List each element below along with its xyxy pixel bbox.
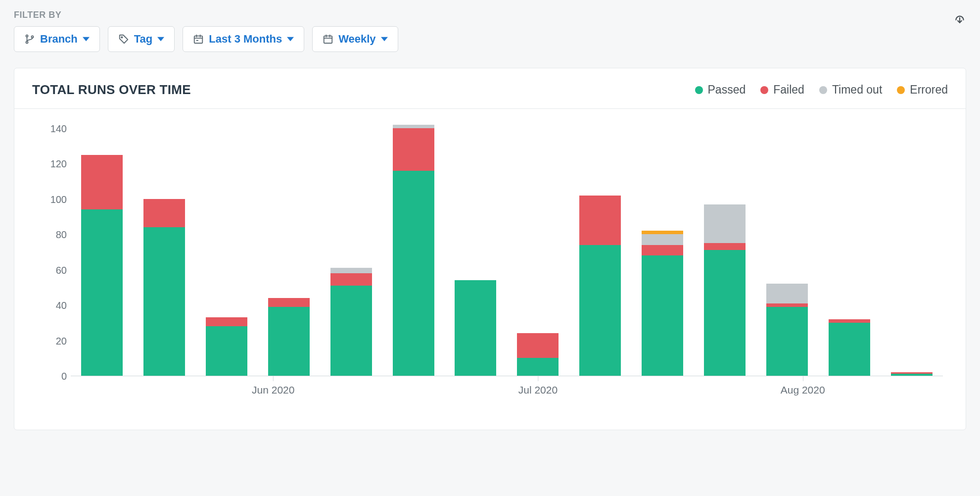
y-tick: 140 [32, 123, 67, 135]
chart-x-axis: Jun 2020Jul 2020Aug 2020 [71, 376, 943, 406]
chart-bar[interactable] [81, 155, 123, 376]
bar-segment-failed [642, 245, 683, 255]
bar-segment-failed [517, 333, 559, 358]
y-tick: 80 [32, 229, 67, 241]
bar-segment-passed [206, 326, 247, 376]
chart-area: 020406080100120140 Jun 2020Jul 2020Aug 2… [32, 129, 948, 406]
bar-segment-failed [829, 319, 870, 323]
bar-segment-failed [393, 128, 434, 171]
bar-segment-passed [268, 307, 310, 376]
chart-bar[interactable] [143, 199, 185, 376]
bar-segment-passed [579, 245, 621, 376]
bar-segment-failed [143, 199, 185, 227]
bar-segment-passed [81, 209, 123, 376]
bar-segment-timed_out [642, 234, 683, 245]
x-tick: Aug 2020 [781, 384, 825, 396]
branch-icon [24, 34, 35, 45]
bar-segment-timed_out [330, 268, 372, 273]
legend-label-passed: Passed [708, 83, 746, 97]
y-tick: 120 [32, 158, 67, 170]
y-tick: 20 [32, 335, 67, 347]
bar-segment-passed [330, 286, 372, 376]
bar-segment-passed [704, 250, 746, 376]
legend-item-passed: Passed [695, 83, 746, 97]
bar-segment-passed [891, 374, 933, 376]
bar-segment-timed_out [766, 284, 808, 303]
granularity-filter-label: Weekly [338, 33, 375, 46]
chart-card-header: TOTAL RUNS OVER TIME Passed Failed Timed… [14, 68, 966, 109]
granularity-filter-button[interactable]: Weekly [312, 26, 398, 52]
chart-bar[interactable] [206, 317, 247, 376]
bar-segment-timed_out [393, 125, 434, 128]
caret-down-icon [381, 36, 388, 43]
x-tick: Jul 2020 [518, 384, 558, 396]
swatch-failed [760, 86, 768, 94]
legend-label-failed: Failed [773, 83, 804, 97]
chart-bar[interactable] [891, 372, 933, 376]
chart-bar[interactable] [704, 204, 746, 376]
chart-bar[interactable] [579, 196, 621, 376]
date-range-filter-button[interactable]: Last 3 Months [183, 26, 304, 52]
y-tick: 40 [32, 300, 67, 311]
filter-section: FILTER BY Branch Tag [14, 10, 398, 52]
bar-segment-failed [206, 317, 247, 326]
caret-down-icon [83, 36, 90, 43]
x-tick: Jun 2020 [252, 384, 294, 396]
bar-segment-passed [393, 171, 434, 376]
bar-segment-passed [455, 280, 496, 376]
tag-filter-label: Tag [134, 33, 152, 46]
bar-segment-failed [766, 303, 808, 307]
bar-segment-failed [704, 243, 746, 250]
tag-icon [118, 34, 129, 45]
page-header: FILTER BY Branch Tag [14, 10, 966, 52]
y-tick: 0 [32, 371, 67, 382]
bar-segment-failed [579, 196, 621, 245]
chart-bar[interactable] [642, 231, 683, 376]
chart-bar[interactable] [330, 268, 372, 376]
chart-bar[interactable] [766, 284, 808, 376]
bar-segment-failed [330, 273, 372, 286]
swatch-passed [695, 86, 703, 94]
chart-legend: Passed Failed Timed out Errored [695, 83, 948, 97]
bar-segment-passed [517, 358, 559, 376]
chart-bar[interactable] [517, 333, 559, 376]
chart-bar[interactable] [393, 125, 434, 376]
bar-segment-passed [642, 255, 683, 376]
chart-title: TOTAL RUNS OVER TIME [32, 82, 191, 98]
bar-segment-timed_out [704, 204, 746, 244]
swatch-timed-out [819, 86, 827, 94]
caret-down-icon [287, 36, 294, 43]
chart-bars [71, 129, 943, 376]
download-icon[interactable] [953, 12, 966, 25]
bar-segment-failed [81, 155, 123, 210]
bar-segment-passed [829, 323, 870, 376]
swatch-errored [897, 86, 905, 94]
chart-bar[interactable] [829, 319, 870, 376]
y-tick: 100 [32, 194, 67, 205]
bar-segment-errored [642, 231, 683, 234]
calendar-icon [323, 34, 333, 45]
filter-row: Branch Tag Last 3 Months [14, 26, 398, 52]
legend-item-errored: Errored [897, 83, 948, 97]
legend-item-timed-out: Timed out [819, 83, 882, 97]
caret-down-icon [157, 36, 164, 43]
y-tick: 60 [32, 264, 67, 276]
svg-rect-5 [324, 36, 332, 44]
bar-segment-failed [268, 298, 310, 307]
legend-item-failed: Failed [760, 83, 804, 97]
filter-by-label: FILTER BY [14, 10, 398, 20]
chart-bar[interactable] [268, 298, 310, 376]
legend-label-errored: Errored [910, 83, 948, 97]
branch-filter-label: Branch [40, 33, 78, 46]
chart-plot [71, 129, 943, 376]
date-range-filter-label: Last 3 Months [209, 33, 282, 46]
calendar-range-icon [193, 34, 204, 45]
chart-card: TOTAL RUNS OVER TIME Passed Failed Timed… [14, 68, 966, 430]
svg-point-3 [121, 37, 123, 38]
tag-filter-button[interactable]: Tag [108, 26, 175, 52]
chart-body: 020406080100120140 Jun 2020Jul 2020Aug 2… [14, 109, 966, 430]
chart-bar[interactable] [455, 280, 496, 376]
legend-label-timed-out: Timed out [832, 83, 882, 97]
bar-segment-passed [766, 307, 808, 376]
branch-filter-button[interactable]: Branch [14, 26, 100, 52]
